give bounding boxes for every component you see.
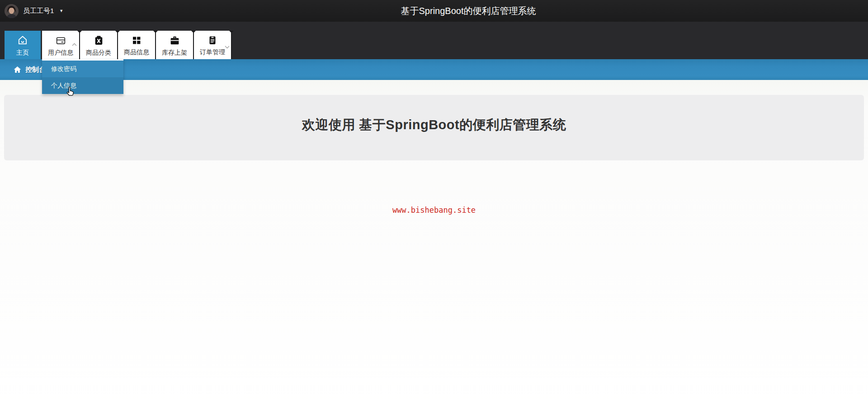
tab-label: 库存上架 [162,49,187,56]
user-name[interactable]: 员工工号1 [23,7,54,15]
category-box-icon [93,35,104,46]
tab-label: 用户信息 [48,49,73,56]
nav-tabs: 主页 用户信息 商品分类 [5,31,232,59]
menu-item-personal-info[interactable]: 个人信息 [42,77,123,94]
chevron-up-icon [72,43,77,46]
site-link[interactable]: www.bishebang.site [0,206,868,215]
app-title: 基于SpringBoot的便利店管理系统 [401,5,536,17]
avatar[interactable] [5,4,19,18]
tab-label: 订单管理 [200,49,225,55]
topbar: 员工工号1 ▼ 基于SpringBoot的便利店管理系统 [0,0,868,22]
id-card-icon [55,35,66,46]
breadcrumb-bar: 控制台 [0,59,868,80]
home-icon [17,34,28,46]
nav-strip: 主页 用户信息 商品分类 [0,22,868,59]
avatar-photo [5,4,19,18]
caret-down-icon: ▼ [59,9,63,13]
welcome-panel: 欢迎使用 基于SpringBoot的便利店管理系统 [4,95,864,160]
main-content: 欢迎使用 基于SpringBoot的便利店管理系统 www.bishebang.… [0,80,868,412]
tab-home[interactable]: 主页 [5,31,41,59]
user-menu[interactable]: 员工工号1 ▼ [0,4,63,18]
tab-user-info[interactable]: 用户信息 [42,31,80,59]
tab-label: 主页 [16,49,29,56]
home-icon [14,66,21,73]
breadcrumb[interactable]: 控制台 [14,66,46,74]
tab-product-info[interactable]: 商品信息 [118,31,156,59]
grid-icon [131,35,142,46]
briefcase-icon [169,35,180,46]
welcome-heading: 欢迎使用 基于SpringBoot的便利店管理系统 [4,95,864,134]
tab-orders[interactable]: 订单管理 [194,31,232,59]
tab-label: 商品分类 [86,49,111,56]
user-info-dropdown: 修改密码 个人信息 [42,59,123,94]
clipboard-icon [207,35,218,46]
menu-item-change-password[interactable]: 修改密码 [42,61,123,77]
chevron-down-icon [225,46,230,49]
tab-inventory[interactable]: 库存上架 [156,31,194,59]
tab-label: 商品信息 [124,49,149,55]
tab-product-category[interactable]: 商品分类 [80,31,118,59]
